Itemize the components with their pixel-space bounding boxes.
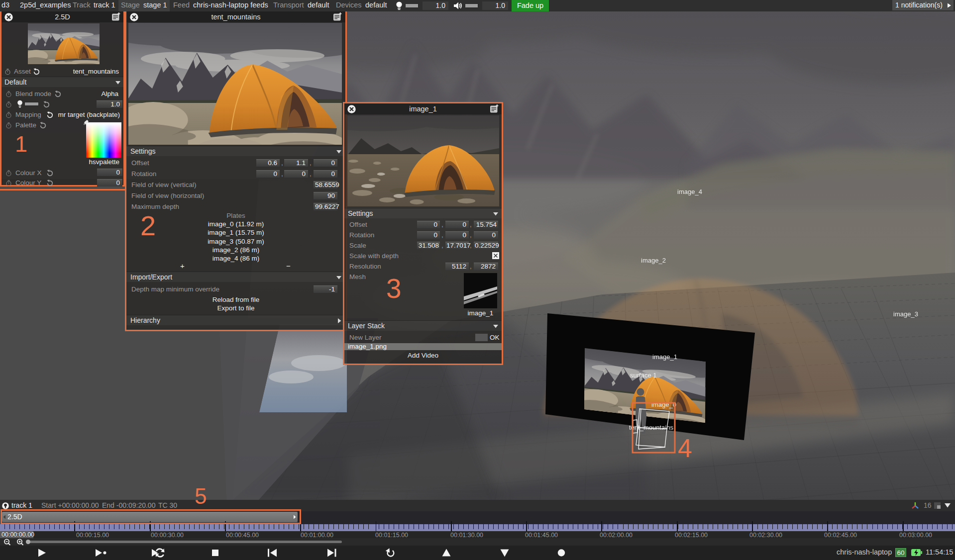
svg-text:image_4: image_4 xyxy=(677,188,702,195)
svg-text:image_0: image_0 xyxy=(651,401,676,408)
svg-text:surface 1: surface 1 xyxy=(630,372,656,379)
svg-text:image_2: image_2 xyxy=(641,257,666,264)
svg-text:image_3: image_3 xyxy=(893,310,918,318)
svg-text:tent_mountains: tent_mountains xyxy=(629,424,673,431)
svg-text:image_1: image_1 xyxy=(652,353,677,361)
